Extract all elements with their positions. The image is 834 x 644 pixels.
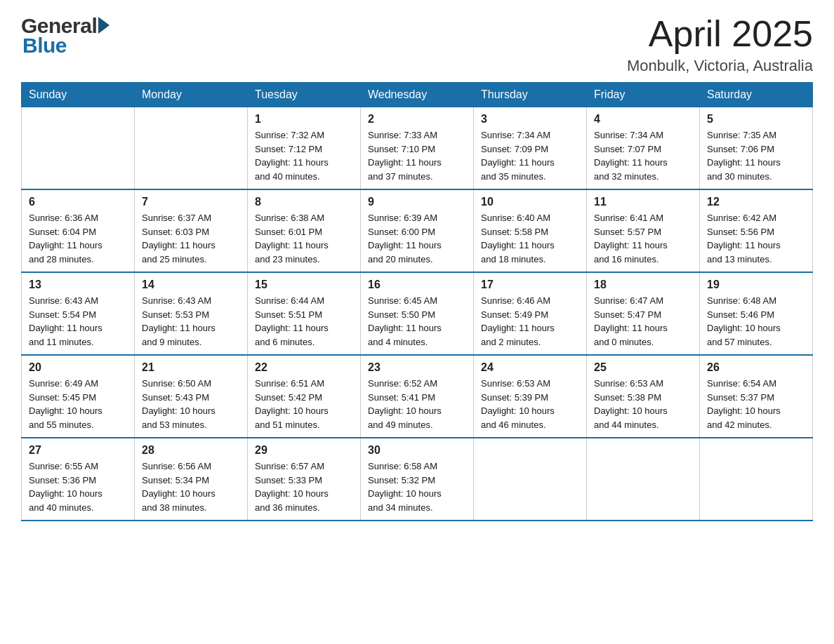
day-info: Sunrise: 6:42 AMSunset: 5:56 PMDaylight:… [707,211,805,266]
day-number: 20 [29,361,127,374]
day-cell: 18Sunrise: 6:47 AMSunset: 5:47 PMDayligh… [587,272,700,355]
day-cell: 10Sunrise: 6:40 AMSunset: 5:58 PMDayligh… [474,189,587,272]
calendar-table: SundayMondayTuesdayWednesdayThursdayFrid… [21,82,813,521]
day-info: Sunrise: 6:36 AMSunset: 6:04 PMDaylight:… [29,211,127,266]
logo-blue-text: Blue [22,34,67,58]
day-number: 29 [255,444,353,457]
day-info: Sunrise: 6:47 AMSunset: 5:47 PMDaylight:… [594,294,692,349]
day-number: 9 [368,196,466,208]
day-cell [135,107,248,190]
calendar-header-row: SundayMondayTuesdayWednesdayThursdayFrid… [22,83,813,107]
day-cell: 12Sunrise: 6:42 AMSunset: 5:56 PMDayligh… [700,189,813,272]
day-info: Sunrise: 6:43 AMSunset: 5:54 PMDaylight:… [29,294,127,349]
day-info: Sunrise: 7:34 AMSunset: 7:07 PMDaylight:… [594,128,692,183]
day-number: 30 [368,444,466,457]
day-info: Sunrise: 7:32 AMSunset: 7:12 PMDaylight:… [255,128,353,183]
week-row-5: 27Sunrise: 6:55 AMSunset: 5:36 PMDayligh… [22,438,813,521]
header-monday: Monday [135,83,248,107]
day-info: Sunrise: 7:35 AMSunset: 7:06 PMDaylight:… [707,128,805,183]
day-cell: 23Sunrise: 6:52 AMSunset: 5:41 PMDayligh… [361,355,474,438]
week-row-2: 6Sunrise: 6:36 AMSunset: 6:04 PMDaylight… [22,189,813,272]
day-number: 26 [707,361,805,374]
day-cell: 24Sunrise: 6:53 AMSunset: 5:39 PMDayligh… [474,355,587,438]
day-info: Sunrise: 6:54 AMSunset: 5:37 PMDaylight:… [707,377,805,431]
header-friday: Friday [587,83,700,107]
day-info: Sunrise: 6:44 AMSunset: 5:51 PMDaylight:… [255,294,353,349]
day-number: 6 [29,196,127,208]
day-cell: 6Sunrise: 6:36 AMSunset: 6:04 PMDaylight… [22,189,135,272]
logo-arrow-icon [98,17,110,34]
day-cell: 27Sunrise: 6:55 AMSunset: 5:36 PMDayligh… [22,438,135,521]
day-info: Sunrise: 6:45 AMSunset: 5:50 PMDaylight:… [368,294,466,349]
header-thursday: Thursday [474,83,587,107]
day-cell: 26Sunrise: 6:54 AMSunset: 5:37 PMDayligh… [700,355,813,438]
day-info: Sunrise: 6:57 AMSunset: 5:33 PMDaylight:… [255,459,353,514]
day-number: 10 [481,196,579,208]
day-number: 27 [29,444,127,457]
day-cell: 11Sunrise: 6:41 AMSunset: 5:57 PMDayligh… [587,189,700,272]
day-cell: 30Sunrise: 6:58 AMSunset: 5:32 PMDayligh… [361,438,474,521]
day-cell: 13Sunrise: 6:43 AMSunset: 5:54 PMDayligh… [22,272,135,355]
location-title: Monbulk, Victoria, Australia [627,57,813,75]
day-cell: 14Sunrise: 6:43 AMSunset: 5:53 PMDayligh… [135,272,248,355]
day-info: Sunrise: 6:55 AMSunset: 5:36 PMDaylight:… [29,459,127,514]
day-cell: 25Sunrise: 6:53 AMSunset: 5:38 PMDayligh… [587,355,700,438]
day-cell: 28Sunrise: 6:56 AMSunset: 5:34 PMDayligh… [135,438,248,521]
day-cell: 9Sunrise: 6:39 AMSunset: 6:00 PMDaylight… [361,189,474,272]
day-cell: 19Sunrise: 6:48 AMSunset: 5:46 PMDayligh… [700,272,813,355]
logo: General Blue [21,14,110,58]
day-number: 15 [255,279,353,291]
day-number: 16 [368,279,466,291]
day-number: 13 [29,279,127,291]
day-number: 5 [707,113,805,126]
day-info: Sunrise: 6:41 AMSunset: 5:57 PMDaylight:… [594,211,692,266]
day-cell: 16Sunrise: 6:45 AMSunset: 5:50 PMDayligh… [361,272,474,355]
day-cell: 2Sunrise: 7:33 AMSunset: 7:10 PMDaylight… [361,107,474,190]
day-cell: 4Sunrise: 7:34 AMSunset: 7:07 PMDaylight… [587,107,700,190]
header-saturday: Saturday [700,83,813,107]
header-wednesday: Wednesday [361,83,474,107]
day-info: Sunrise: 6:56 AMSunset: 5:34 PMDaylight:… [142,459,240,514]
day-info: Sunrise: 6:53 AMSunset: 5:39 PMDaylight:… [481,377,579,431]
week-row-1: 1Sunrise: 7:32 AMSunset: 7:12 PMDaylight… [22,107,813,190]
day-cell: 3Sunrise: 7:34 AMSunset: 7:09 PMDaylight… [474,107,587,190]
header-tuesday: Tuesday [248,83,361,107]
day-number: 28 [142,444,240,457]
title-block: April 2025 Monbulk, Victoria, Australia [627,14,813,75]
day-number: 22 [255,361,353,374]
day-cell: 8Sunrise: 6:38 AMSunset: 6:01 PMDaylight… [248,189,361,272]
day-number: 11 [594,196,692,208]
header-sunday: Sunday [22,83,135,107]
day-cell: 1Sunrise: 7:32 AMSunset: 7:12 PMDaylight… [248,107,361,190]
day-number: 24 [481,361,579,374]
day-info: Sunrise: 6:58 AMSunset: 5:32 PMDaylight:… [368,459,466,514]
day-number: 2 [368,113,466,126]
day-info: Sunrise: 7:33 AMSunset: 7:10 PMDaylight:… [368,128,466,183]
day-info: Sunrise: 6:37 AMSunset: 6:03 PMDaylight:… [142,211,240,266]
day-cell: 22Sunrise: 6:51 AMSunset: 5:42 PMDayligh… [248,355,361,438]
day-cell [587,438,700,521]
day-number: 4 [594,113,692,126]
day-number: 14 [142,279,240,291]
day-info: Sunrise: 6:39 AMSunset: 6:00 PMDaylight:… [368,211,466,266]
day-info: Sunrise: 6:38 AMSunset: 6:01 PMDaylight:… [255,211,353,266]
day-cell [22,107,135,190]
day-number: 23 [368,361,466,374]
day-cell [474,438,587,521]
week-row-3: 13Sunrise: 6:43 AMSunset: 5:54 PMDayligh… [22,272,813,355]
day-cell: 7Sunrise: 6:37 AMSunset: 6:03 PMDaylight… [135,189,248,272]
day-info: Sunrise: 7:34 AMSunset: 7:09 PMDaylight:… [481,128,579,183]
day-number: 1 [255,113,353,126]
day-info: Sunrise: 6:48 AMSunset: 5:46 PMDaylight:… [707,294,805,349]
page-header: General Blue April 2025 Monbulk, Victori… [21,14,813,75]
day-cell: 5Sunrise: 7:35 AMSunset: 7:06 PMDaylight… [700,107,813,190]
day-number: 3 [481,113,579,126]
day-number: 7 [142,196,240,208]
day-number: 17 [481,279,579,291]
day-number: 25 [594,361,692,374]
month-title: April 2025 [627,14,813,54]
day-info: Sunrise: 6:53 AMSunset: 5:38 PMDaylight:… [594,377,692,431]
day-cell [700,438,813,521]
day-info: Sunrise: 6:50 AMSunset: 5:43 PMDaylight:… [142,377,240,431]
day-cell: 29Sunrise: 6:57 AMSunset: 5:33 PMDayligh… [248,438,361,521]
